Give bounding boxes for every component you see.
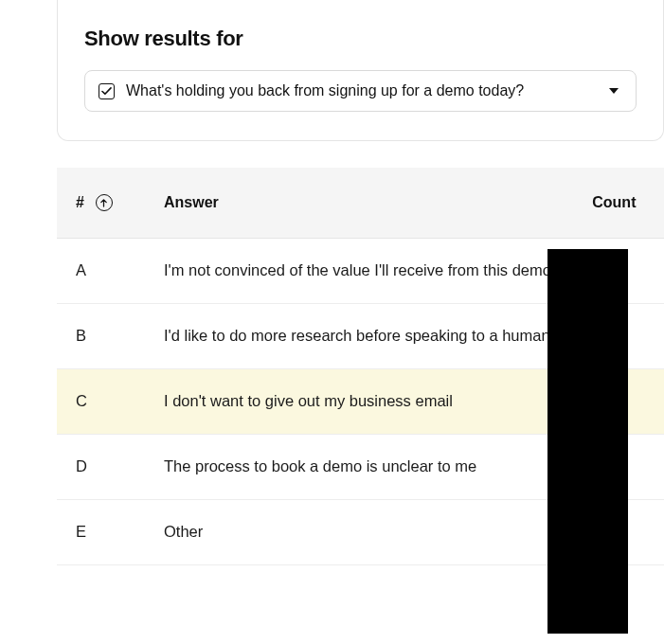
column-header-answer[interactable]: Answer: [147, 168, 575, 239]
caret-down-icon: [609, 88, 619, 94]
row-answer: The process to book a demo is unclear to…: [147, 434, 575, 499]
question-dropdown[interactable]: What's holding you back from signing up …: [84, 70, 637, 112]
row-letter: D: [57, 434, 147, 499]
column-header-count[interactable]: Count: [575, 168, 664, 239]
filter-card: Show results for What's holding you back…: [57, 0, 664, 141]
row-answer: I'd like to do more research before spea…: [147, 303, 575, 368]
row-answer: I don't want to give out my business ema…: [147, 368, 575, 434]
row-letter: A: [57, 239, 147, 304]
column-header-hash-label: #: [76, 194, 84, 211]
row-letter: B: [57, 303, 147, 368]
redacted-region: [547, 249, 628, 565]
checkbox-checked-icon: [99, 83, 115, 99]
column-header-index[interactable]: #: [57, 168, 147, 239]
table-header-row: # Answer Count: [57, 168, 664, 239]
sort-ascending-icon: [96, 194, 113, 211]
row-answer: Other: [147, 499, 575, 564]
filter-title: Show results for: [84, 27, 637, 51]
dropdown-selected-text: What's holding you back from signing up …: [126, 82, 598, 99]
row-letter: C: [57, 368, 147, 434]
row-letter: E: [57, 499, 147, 564]
row-answer: I'm not convinced of the value I'll rece…: [147, 239, 575, 304]
